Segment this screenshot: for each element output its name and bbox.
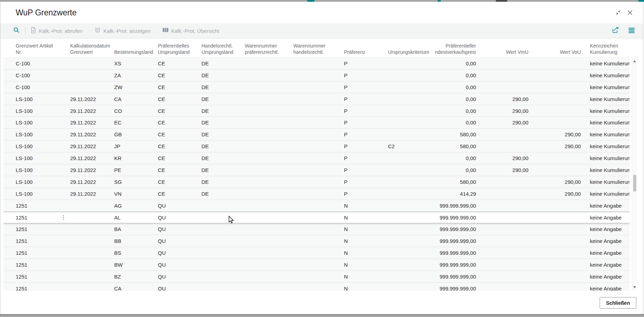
table-cell: CE (158, 152, 202, 164)
table-cell: 1251 (3, 247, 70, 259)
table-cell (293, 259, 344, 271)
table-cell: DE (202, 164, 245, 176)
table-cell: 999.999.999,00 (435, 283, 476, 291)
table-row[interactable]: C-100ZACEDEP0,00keine Kumulierun… (3, 70, 630, 81)
close-icon (627, 9, 633, 17)
table-row[interactable]: 1251BZQUN999.999.999,00keine Angabe (3, 271, 630, 283)
wup-grenzwerte-dialog: WuP Grenzwerte Kalk.-Prot. abrufenKalk.-… (0, 2, 643, 314)
table-row[interactable]: LS-10029.11.2022CACEDEP0,00290,00keine K… (3, 93, 630, 105)
table-row[interactable]: 1251BWQUN999.999.999,00keine Angabe (3, 259, 630, 271)
table-cell (245, 247, 293, 259)
table-row[interactable]: LS-10029.11.2022ECCEDEP0,00290,00keine K… (3, 117, 630, 129)
table-row[interactable]: 1251ALQUN999.999.999,00keine Angabe⋮ (3, 212, 630, 224)
column-header-1[interactable]: Grenzwert Artikel Nr. (3, 41, 70, 57)
table-cell: EC (114, 117, 158, 128)
table-cell (528, 93, 581, 105)
table-cell: P (344, 141, 388, 152)
column-header-3[interactable]: Bestimmungsland (114, 41, 158, 57)
column-header-10[interactable]: Präferentieller Mindestverkaufspreis (435, 41, 476, 57)
table-cell: 290,00 (476, 105, 528, 117)
table-row[interactable]: LS-10029.11.2022COCEDEP0,00290,00keine K… (3, 105, 630, 117)
table-row[interactable]: 1251BSQUN999.999.999,00keine Angabe (3, 247, 630, 259)
column-header-4[interactable]: Präferentielles Ursprungsland (158, 41, 202, 57)
table-cell (388, 223, 435, 235)
column-header-11[interactable]: Wert VmU (476, 41, 528, 57)
table-cell: 999.999.999,00 (435, 223, 476, 235)
column-header-12[interactable]: Wert VoU (528, 41, 581, 57)
table-cell (528, 212, 581, 224)
table-cell (202, 283, 245, 291)
table-cell (293, 81, 344, 93)
column-header-6[interactable]: Warennummer präferenzrechtl. (245, 41, 293, 57)
table-row[interactable]: 1251BBQUN999.999.999,00keine Angabe (3, 235, 630, 247)
table-cell: N (344, 271, 388, 282)
toolbar-action-2[interactable]: Kalk.-Prot. anzeigen (94, 27, 151, 35)
table-cell: BB (114, 235, 158, 247)
table-cell: 999.999.999,00 (435, 247, 476, 259)
table-cell: 29.11.2022 (70, 93, 114, 105)
search-button[interactable] (12, 26, 21, 35)
table-cell (293, 271, 344, 282)
table-row[interactable]: LS-10029.11.2022KRCEDEP0,00290,00keine K… (3, 152, 630, 164)
triangle-up-icon (633, 60, 636, 62)
table-cell: SG (114, 176, 158, 188)
column-header-5[interactable]: Handelsrechtl. Ursprungsland (202, 41, 245, 57)
table-cell (245, 164, 293, 176)
table-cell (245, 129, 293, 140)
table-row[interactable]: LS-10029.11.2022SGCEDEP580,00290,00keine… (3, 176, 630, 188)
scrollbar-thumb[interactable] (633, 175, 636, 192)
table-cell: LS-100 (3, 105, 70, 117)
table-cell: QU (158, 247, 202, 259)
toolbar-actions: Kalk.-Prot. abrufenKalk.-Prot. anzeigenK… (30, 27, 219, 35)
column-header-2[interactable]: Kalkulationsdatum Grenzwert (70, 41, 114, 57)
table-row[interactable]: LS-10029.11.2022GBCEDEP580,00290,00keine… (3, 129, 630, 141)
table-row[interactable]: 1251CAQUN999.999.999,00keine Angabe (3, 283, 630, 291)
table-cell: QU (158, 223, 202, 235)
close-dialog-button[interactable]: Schließen (600, 297, 636, 309)
table-cell: 580,00 (435, 129, 476, 140)
column-header-13[interactable]: Kennzeichen Kumulierung (581, 41, 630, 57)
table-cell (388, 235, 435, 247)
vertical-scrollbar[interactable] (632, 58, 637, 291)
table-cell (70, 283, 114, 291)
column-header-9[interactable]: Ursprungskriterium (388, 41, 435, 57)
table-row[interactable]: LS-10029.11.2022VNCEDEP414,29290,00keine… (3, 188, 630, 200)
table-cell (388, 81, 435, 93)
scroll-up-button[interactable] (632, 58, 637, 64)
table-cell: N (344, 235, 388, 247)
table-row[interactable]: C-100ZWCEDEP0,00keine Kumulierun… (3, 81, 630, 93)
table-cell (388, 105, 435, 117)
table-cell: C-100 (3, 81, 70, 93)
table-row[interactable]: C-100XSCEDEP0,00keine Kumulierun… (3, 58, 630, 70)
table-cell: 999.999.999,00 (435, 235, 476, 247)
kebab-vertical-icon[interactable]: ⋮ (61, 212, 66, 224)
table-cell: LS-100 (3, 141, 70, 152)
table-cell: 1251 (3, 212, 70, 224)
table-cell: 1251 (3, 259, 70, 271)
table-cell (476, 212, 528, 224)
toolbar-action-3[interactable]: Kalk.-Prot. Übersicht (162, 27, 219, 34)
scroll-down-button[interactable] (632, 284, 637, 290)
column-header-8[interactable]: Präferenz (344, 41, 388, 57)
close-button[interactable] (625, 9, 635, 18)
table-row[interactable]: 1251AGQUN999.999.999,00keine Angabe (3, 200, 630, 212)
table-row[interactable]: LS-10029.11.2022PECEDEP0,00290,00keine K… (3, 164, 630, 176)
table-cell: keine Kumulierun… (581, 141, 630, 152)
table-cell (476, 81, 528, 93)
table-row[interactable]: 1251BAQUN999.999.999,00keine Angabe (3, 223, 630, 235)
restore-down-button[interactable] (614, 9, 623, 18)
list-view-button[interactable] (627, 26, 636, 35)
table-row[interactable]: LS-10029.11.2022JPCEDEPC2580,00290,00kei… (3, 141, 630, 152)
table-cell: 29.11.2022 (70, 152, 114, 164)
share-button[interactable] (611, 26, 620, 35)
table-cell: 1251 (3, 200, 70, 211)
column-header-7[interactable]: Warennummer handelsrechtl. (293, 41, 344, 57)
table-cell: CE (158, 188, 202, 200)
table-cell: CE (158, 81, 202, 93)
table-cell (293, 117, 344, 128)
toolbar-action-1[interactable]: Kalk.-Prot. abrufen (30, 27, 82, 35)
table-cell (528, 271, 581, 282)
table-cell: QU (158, 283, 202, 291)
table-cell: CE (158, 141, 202, 152)
table-cell: 580,00 (435, 176, 476, 188)
